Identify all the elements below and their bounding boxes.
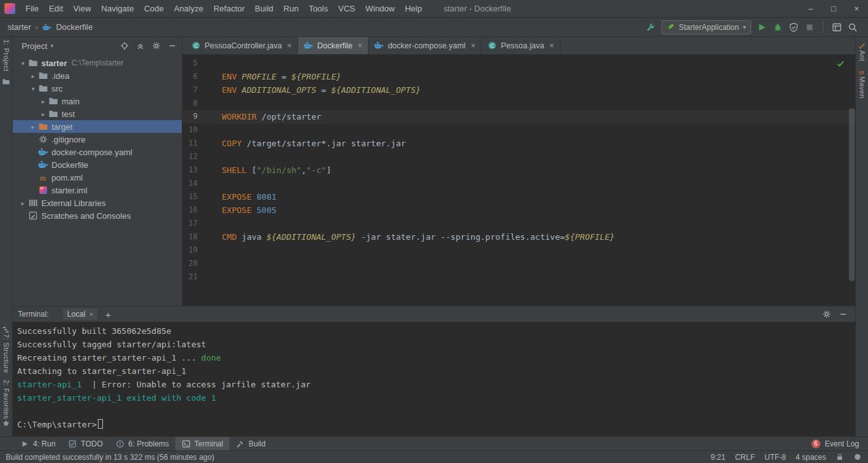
close-icon[interactable]: × <box>845 0 868 17</box>
ant-toolwindow-icon[interactable] <box>858 42 866 50</box>
indent-select[interactable]: 4 spaces <box>796 453 826 462</box>
editor-line-10[interactable]: 10 <box>182 123 855 137</box>
tree-item-main[interactable]: ▸main <box>13 95 182 107</box>
project-panel-title[interactable]: Project <box>22 41 47 51</box>
tab-dockerfile[interactable]: Dockerfile× <box>298 37 369 54</box>
tree-item-scratches-and-consoles[interactable]: Scratches and Consoles <box>13 209 182 222</box>
editor-line-8[interactable]: 8 <box>182 97 855 110</box>
menu-help[interactable]: Help <box>400 0 427 17</box>
tree-item-starter[interactable]: ▾starterC:\Temp\starter <box>13 57 182 69</box>
tree-expanded-arrow-icon[interactable]: ▾ <box>28 85 38 92</box>
tab-close-icon[interactable]: × <box>549 41 554 50</box>
toolwindow-todo[interactable]: TODO <box>62 437 109 450</box>
tab-close-icon[interactable]: × <box>471 41 476 50</box>
minimize-icon[interactable]: – <box>799 0 822 17</box>
editor-line-18[interactable]: 18CMD java ${ADDITIONAL_OPTS} -jar state… <box>182 230 855 244</box>
editor-line-9[interactable]: 9WORKDIR /opt/starter <box>182 110 855 123</box>
hide-panel-icon[interactable] <box>168 41 177 50</box>
stripe-project-button[interactable]: 1: Project <box>3 39 10 71</box>
editor-line-17[interactable]: 17 <box>182 217 855 230</box>
terminal-tab-local[interactable]: Local × <box>63 308 98 320</box>
tree-collapsed-arrow-icon[interactable]: ▸ <box>28 123 38 130</box>
stripe-favorites-button[interactable]: 2: Favorites <box>3 380 10 419</box>
tab-close-icon[interactable]: × <box>287 41 292 50</box>
editor-line-21[interactable]: 21 <box>182 270 855 284</box>
run-configuration-select[interactable]: StarterApplication ▾ <box>661 20 751 34</box>
toolwindow-build[interactable]: Build <box>229 437 272 450</box>
tab-docker-compose-yaml[interactable]: docker-compose.yaml× <box>369 37 482 54</box>
tree-item-dockerfile[interactable]: Dockerfile <box>13 158 182 171</box>
tree-collapsed-arrow-icon[interactable]: ▸ <box>38 98 48 105</box>
tree-item-test[interactable]: ▸test <box>13 107 182 120</box>
debug-button[interactable] <box>773 22 783 32</box>
caret-position[interactable]: 9:21 <box>710 453 725 462</box>
tree-collapsed-arrow-icon[interactable]: ▸ <box>38 111 48 118</box>
menu-build[interactable]: Build <box>250 0 278 17</box>
menu-analyze[interactable]: Analyze <box>169 0 208 17</box>
menu-view[interactable]: View <box>68 0 96 17</box>
editor-line-19[interactable]: 19 <box>182 244 855 257</box>
inspections-ok-icon[interactable] <box>836 59 845 68</box>
structure-toolwindow-icon[interactable] <box>2 326 10 334</box>
maven-toolwindow-icon[interactable]: m <box>858 68 866 76</box>
menu-vcs[interactable]: VCS <box>333 0 360 17</box>
build-wrench-icon[interactable] <box>646 22 656 32</box>
editor-line-13[interactable]: 13SHELL ["/bin/sh","-c"] <box>182 163 855 177</box>
new-terminal-icon[interactable]: + <box>105 309 111 320</box>
coverage-button[interactable] <box>789 22 799 32</box>
menu-edit[interactable]: Edit <box>44 0 68 17</box>
menu-code[interactable]: Code <box>139 0 169 17</box>
editor-line-14[interactable]: 14 <box>182 177 855 190</box>
tab-pessoacontroller-java[interactable]: CPessoaController.java× <box>186 37 298 54</box>
stripe-structure-button[interactable]: 7: Structure <box>3 334 10 373</box>
menu-navigate[interactable]: Navigate <box>96 0 139 17</box>
stripe-maven-button[interactable]: Maven <box>858 76 866 99</box>
menu-window[interactable]: Window <box>360 0 400 17</box>
tree-item-docker-compose-yaml[interactable]: docker-compose.yaml <box>13 146 182 158</box>
tree-item-pom-xml[interactable]: mpom.xml <box>13 171 182 184</box>
editor-line-5[interactable]: 5 <box>182 57 855 70</box>
tree-item-idea[interactable]: ▸.idea <box>13 69 182 82</box>
toolwindow-terminal[interactable]: Terminal <box>175 437 229 450</box>
tree-collapsed-arrow-icon[interactable]: ▸ <box>18 200 28 207</box>
toolwindow-4-run[interactable]: 4: Run <box>14 437 62 450</box>
editor-line-15[interactable]: 15EXPOSE 8081 <box>182 190 855 204</box>
lock-icon[interactable] <box>836 453 844 461</box>
hide-panel-icon[interactable] <box>839 310 848 319</box>
breadcrumb-file[interactable]: Dockerfile <box>56 22 93 32</box>
editor-scrollbar[interactable] <box>849 108 855 281</box>
maximize-icon[interactable]: □ <box>822 0 845 17</box>
stop-button[interactable] <box>804 22 815 32</box>
editor-line-11[interactable]: 11COPY /target/starter*.jar starter.jar <box>182 137 855 150</box>
menu-tools[interactable]: Tools <box>304 0 333 17</box>
editor-line-6[interactable]: 6ENV PROFILE = ${PROFILE} <box>182 70 855 83</box>
editor-line-20[interactable]: 20 <box>182 257 855 270</box>
menu-refactor[interactable]: Refactor <box>208 0 250 17</box>
encoding-select[interactable]: UTF-8 <box>764 453 786 462</box>
tool-windows-icon[interactable] <box>832 22 842 32</box>
project-toolwindow-icon[interactable] <box>2 78 10 86</box>
tree-item-starter-iml[interactable]: starter.iml <box>13 184 182 197</box>
stripe-ant-button[interactable]: Ant <box>858 50 866 62</box>
tab-close-icon[interactable]: × <box>358 41 363 50</box>
run-button[interactable] <box>757 22 767 32</box>
tree-expanded-arrow-icon[interactable]: ▾ <box>18 60 28 67</box>
tree-collapsed-arrow-icon[interactable]: ▸ <box>28 73 38 79</box>
gear-icon[interactable] <box>152 41 161 50</box>
tree-item-gitignore[interactable]: .gitignore <box>13 133 182 146</box>
favorites-star-icon[interactable] <box>2 419 10 427</box>
tree-item-target[interactable]: ▸target <box>13 120 182 133</box>
collapse-all-icon[interactable] <box>136 41 145 50</box>
tree-item-external-libraries[interactable]: ▸External Libraries <box>13 197 182 209</box>
tab-pessoa-java[interactable]: CPessoa.java× <box>482 37 560 54</box>
toolwindow-6-problems[interactable]: 6: Problems <box>109 437 175 450</box>
terminal-output[interactable]: Successfully built 365062e5d85eSuccessfu… <box>13 322 855 436</box>
editor-line-12[interactable]: 12 <box>182 150 855 163</box>
tab-close-icon[interactable]: × <box>89 310 93 318</box>
editor[interactable]: 56ENV PROFILE = ${PROFILE}7ENV ADDITIONA… <box>182 55 855 306</box>
menu-file[interactable]: File <box>20 0 44 17</box>
gear-icon[interactable] <box>822 310 831 319</box>
line-ending-select[interactable]: CRLF <box>735 453 755 462</box>
locate-file-icon[interactable] <box>120 41 129 50</box>
event-log-button[interactable]: 6 Event Log <box>811 437 868 450</box>
